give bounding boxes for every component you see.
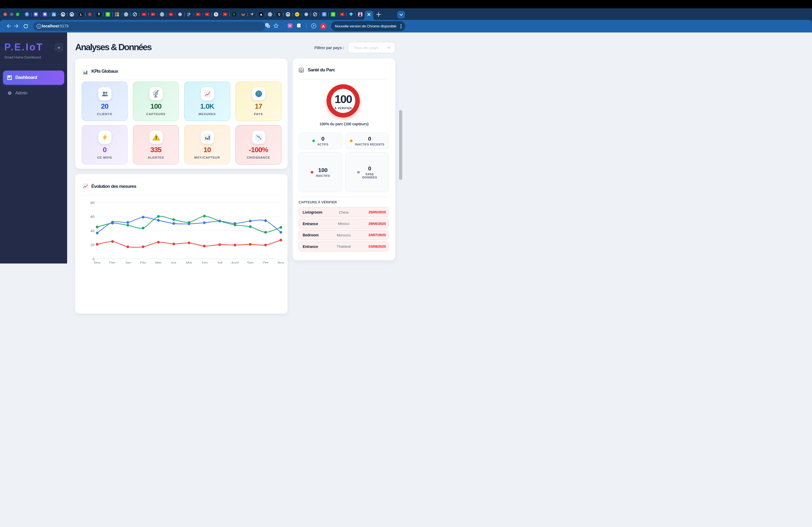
svg-text:Jan: Jan xyxy=(125,261,131,264)
svg-text:Mar: Mar xyxy=(155,261,162,264)
svg-text:Oct: Oct xyxy=(263,261,268,264)
svg-text:Août: Août xyxy=(231,261,239,264)
svg-text:0: 0 xyxy=(92,257,95,261)
svg-text:Sep: Sep xyxy=(247,261,253,264)
svg-text:Fév: Fév xyxy=(140,261,146,264)
svg-text:Nov: Nov xyxy=(278,261,284,264)
svg-text:Mai: Mai xyxy=(186,261,192,264)
svg-text:80: 80 xyxy=(90,201,95,205)
svg-text:20: 20 xyxy=(90,243,95,247)
svg-text:Q: Q xyxy=(278,13,280,16)
svg-text:Déc: Déc xyxy=(109,261,116,264)
svg-text:G: G xyxy=(215,13,217,16)
svg-text:60: 60 xyxy=(90,215,95,219)
svg-text:40: 40 xyxy=(90,229,95,233)
svg-text:Nov: Nov xyxy=(94,261,100,264)
svg-text:Juin: Juin xyxy=(201,261,208,264)
svg-text:Avr: Avr xyxy=(171,261,177,264)
svg-text:L: L xyxy=(80,13,82,16)
svg-text:C: C xyxy=(26,13,28,16)
svg-text:Juil: Juil xyxy=(217,261,222,264)
svg-text:文: 文 xyxy=(267,26,270,28)
